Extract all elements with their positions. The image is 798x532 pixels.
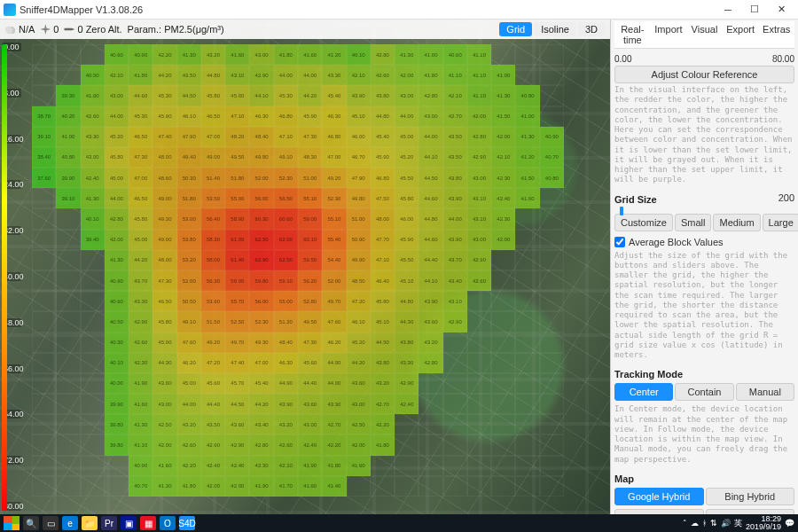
grid-small-button[interactable]: Small bbox=[675, 214, 712, 231]
heatmap-cell: 40.00 bbox=[105, 373, 129, 394]
maximize-button[interactable]: ☐ bbox=[741, 0, 768, 20]
heatmap-cell: 43.40 bbox=[249, 414, 273, 434]
heatmap-cell: 41.60 bbox=[129, 394, 153, 414]
heatmap-cell: 44.80 bbox=[371, 106, 395, 127]
heatmap-cell: 49.30 bbox=[249, 332, 273, 353]
heatmap-cell: 42.10 bbox=[105, 65, 129, 85]
taskbar-sniffer-icon[interactable]: S4D bbox=[179, 516, 195, 530]
menu-export[interactable]: Export bbox=[723, 21, 759, 48]
heatmap-cell: 42.90 bbox=[249, 65, 273, 85]
tray-volume-icon[interactable]: 🔊 bbox=[721, 519, 731, 528]
menu-visual[interactable]: Visual bbox=[686, 21, 723, 48]
heatmap-cell: 41.30 bbox=[395, 44, 419, 65]
taskbar-taskview-icon[interactable]: ▭ bbox=[43, 516, 59, 530]
taskbar-clock[interactable]: 18:29 2019/9/19 bbox=[746, 515, 781, 531]
heatmap-cell: 45.90 bbox=[371, 147, 395, 168]
grid-large-button[interactable]: Large bbox=[763, 214, 798, 231]
heatmap-cell bbox=[56, 414, 80, 434]
taskbar-edge-icon[interactable]: e bbox=[62, 516, 78, 530]
heatmap-cell: 47.00 bbox=[129, 168, 153, 188]
heatmap-cell bbox=[32, 414, 56, 434]
tray-wifi-icon[interactable]: ⇅ bbox=[710, 519, 717, 528]
heatmap-cell bbox=[56, 394, 80, 414]
tray-lang-icon[interactable]: 英 bbox=[734, 518, 742, 529]
taskbar-search-icon[interactable]: 🔍 bbox=[23, 516, 39, 530]
tracking-center-button[interactable]: Center bbox=[614, 383, 673, 401]
heatmap-cell: 62.50 bbox=[274, 250, 298, 270]
map-google-hybrid-button[interactable]: Google Hybrid bbox=[614, 488, 704, 505]
heatmap-cell: 43.80 bbox=[395, 332, 419, 353]
heatmap-cell: 46.80 bbox=[371, 168, 395, 188]
heatmap-cell: 41.60 bbox=[81, 85, 105, 106]
heatmap-cell: 42.00 bbox=[347, 434, 371, 455]
taskbar-app3-icon[interactable]: ▦ bbox=[140, 516, 156, 530]
menu-realtime[interactable]: Real-time bbox=[614, 21, 651, 48]
start-button[interactable] bbox=[4, 516, 20, 530]
heatmap-cell: 55.40 bbox=[322, 230, 346, 250]
tray-up-icon[interactable]: ˄ bbox=[683, 519, 687, 528]
heatmap-cell bbox=[56, 65, 80, 85]
menu-import[interactable]: Import bbox=[651, 21, 687, 48]
heatmap-cell bbox=[419, 456, 442, 476]
grid-customize-button[interactable]: Customize bbox=[614, 214, 673, 231]
minimize-button[interactable]: ─ bbox=[715, 0, 741, 20]
heatmap-cell bbox=[395, 414, 419, 434]
grid-medium-button[interactable]: Medium bbox=[713, 214, 760, 231]
heatmap-cell bbox=[467, 311, 491, 332]
tab-3d[interactable]: 3D bbox=[578, 22, 605, 36]
heatmap-cell bbox=[540, 65, 564, 85]
heatmap-cell: 48.50 bbox=[347, 270, 371, 291]
close-button[interactable]: ✕ bbox=[768, 0, 794, 20]
heatmap-cell: 42.10 bbox=[443, 85, 467, 106]
heatmap-cell: 55.00 bbox=[274, 291, 298, 311]
heatmap-cell: 42.20 bbox=[153, 44, 176, 65]
taskbar-explorer-icon[interactable]: 📁 bbox=[82, 516, 98, 530]
taskbar-outlook-icon[interactable]: O bbox=[160, 516, 176, 530]
heatmap-cell: 43.30 bbox=[81, 127, 105, 147]
heatmap-cell bbox=[81, 476, 105, 497]
heatmap-cell bbox=[491, 456, 515, 476]
heatmap-cell: 42.10 bbox=[491, 147, 515, 168]
heatmap-cell bbox=[419, 434, 442, 455]
system-tray[interactable]: ˄ ☁ ᚼ ⇅ 🔊 英 18:29 2019/9/19 💬 bbox=[683, 515, 794, 531]
map-viewport[interactable]: N/A 0 0 Zero Alt. Param.: PM2.5(μg/m³) G… bbox=[0, 20, 610, 514]
heatmap-cell: 42.20 bbox=[322, 434, 346, 455]
heatmap-cell: 45.20 bbox=[105, 127, 129, 147]
heatmap-cell: 44.60 bbox=[129, 85, 153, 106]
tab-grid[interactable]: Grid bbox=[499, 22, 532, 36]
heatmap-cell: 43.90 bbox=[347, 85, 371, 106]
heatmap-cell: 42.00 bbox=[491, 230, 515, 250]
average-block-input[interactable] bbox=[614, 237, 625, 247]
tracking-manual-button[interactable]: Manual bbox=[736, 383, 794, 401]
tab-isoline[interactable]: Isoline bbox=[534, 22, 576, 36]
menu-extras[interactable]: Extras bbox=[758, 21, 794, 48]
taskbar-app1-icon[interactable]: Pr bbox=[101, 516, 117, 530]
heatmap-cell: 41.60 bbox=[298, 44, 322, 65]
heatmap-cell: 45.80 bbox=[153, 311, 176, 332]
heatmap-cell: 43.90 bbox=[419, 291, 442, 311]
tray-bluetooth-icon[interactable]: ᚼ bbox=[702, 519, 707, 528]
tracking-contain-button[interactable]: Contain bbox=[675, 383, 733, 401]
tray-notifications-icon[interactable]: 💬 bbox=[785, 519, 794, 528]
adjust-colour-button[interactable]: Adjust Colour Reference bbox=[614, 66, 794, 83]
map-bing-hybrid-button[interactable]: Bing Hybrid bbox=[706, 488, 795, 505]
heatmap-cell: 41.30 bbox=[153, 476, 176, 497]
heatmap-cell bbox=[540, 208, 564, 229]
heatmap-cell: 46.30 bbox=[322, 106, 346, 127]
heatmap-cell: 42.40 bbox=[201, 456, 225, 476]
heatmap-cell: 43.70 bbox=[129, 270, 153, 291]
heatmap-cell: 41.60 bbox=[225, 44, 249, 65]
heatmap-cell: 42.60 bbox=[274, 434, 298, 455]
heatmap-cell: 45.00 bbox=[129, 230, 153, 250]
heatmap-cell: 42.40 bbox=[225, 456, 249, 476]
heatmap-cell: 48.00 bbox=[153, 250, 176, 270]
heatmap-cell: 46.00 bbox=[395, 208, 419, 229]
heatmap-cell: 47.30 bbox=[298, 127, 322, 147]
heatmap-cell: 52.30 bbox=[322, 188, 346, 208]
heatmap-cell bbox=[56, 230, 80, 250]
taskbar-app2-icon[interactable]: ▣ bbox=[121, 516, 137, 530]
tray-onedrive-icon[interactable]: ☁ bbox=[691, 519, 699, 528]
average-block-checkbox[interactable]: Average Block Values bbox=[614, 237, 794, 247]
map-google-street-button[interactable]: Google Street bbox=[614, 509, 704, 514]
heatmap-cell: 43.00 bbox=[419, 106, 442, 127]
